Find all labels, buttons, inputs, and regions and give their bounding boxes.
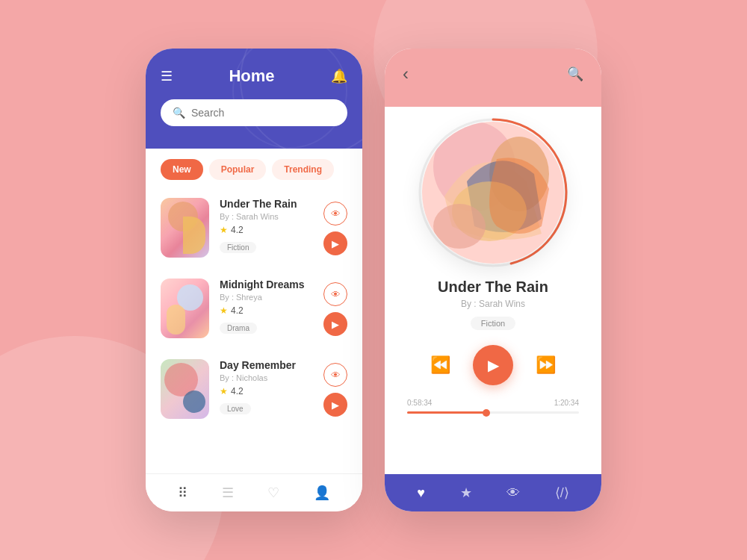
left-header: ☰ Home 🔔 🔍 (146, 49, 362, 149)
book-actions-2: 👁 ▶ (323, 282, 347, 336)
book-author-2: By : Shreya (220, 293, 313, 302)
progress-track[interactable] (407, 411, 579, 414)
list-item[interactable]: Day Remember By : Nicholas ★ 4.2 Love 👁 … (146, 349, 362, 429)
nav-heart-icon[interactable]: ♡ (267, 485, 279, 501)
book-rating-2: ★ 4.2 (220, 305, 313, 316)
current-time: 0:58:34 (407, 399, 432, 407)
player-controls: ⏪ ▶ ⏩ (430, 345, 556, 385)
search-input[interactable] (191, 107, 335, 119)
left-screen: ☰ Home 🔔 🔍 New Popular Trending Under Th… (146, 49, 362, 511)
filter-tabs: New Popular Trending (146, 149, 362, 180)
right-nav-heart-icon[interactable]: ♥ (417, 485, 425, 501)
nav-grid-icon[interactable]: ⠿ (178, 485, 187, 501)
search-icon: 🔍 (173, 107, 185, 119)
book-rating-3: ★ 4.2 (220, 386, 313, 396)
back-icon[interactable]: ‹ (403, 63, 409, 84)
book-author-1: By : Sarah Wins (220, 212, 313, 221)
book-genre-2: Drama (220, 323, 257, 334)
player-author: By : Sarah Wins (461, 299, 525, 309)
progress-fill (407, 411, 486, 414)
search-bar: 🔍 (161, 99, 347, 126)
header-top: ☰ Home 🔔 (161, 66, 347, 86)
right-nav-eye-icon[interactable]: 👁 (506, 485, 520, 501)
right-screen: ‹ 🔍 (385, 49, 601, 511)
progress-times: 0:58:34 1:20:34 (407, 399, 579, 407)
view-button-2[interactable]: 👁 (323, 282, 347, 306)
album-art-container (422, 122, 564, 264)
book-info-2: Midnight Dreams By : Shreya ★ 4.2 Drama (220, 279, 313, 334)
play-button-2[interactable]: ▶ (323, 312, 347, 336)
player-genre: Fiction (471, 317, 515, 330)
play-button-3[interactable]: ▶ (323, 393, 347, 417)
view-button-3[interactable]: 👁 (323, 363, 347, 387)
total-time: 1:20:34 (554, 399, 579, 407)
book-author-3: By : Nicholas (220, 373, 313, 382)
right-nav-share-icon[interactable]: ⟨/⟩ (555, 485, 569, 501)
play-pause-button[interactable]: ▶ (473, 345, 513, 385)
right-bottom-nav: ♥ ★ 👁 ⟨/⟩ (385, 474, 601, 511)
nav-profile-icon[interactable]: 👤 (314, 485, 330, 501)
list-item[interactable]: Under The Rain By : Sarah Wins ★ 4.2 Fic… (146, 187, 362, 268)
screens-container: ☰ Home 🔔 🔍 New Popular Trending Under Th… (146, 49, 601, 511)
tab-new[interactable]: New (161, 159, 203, 180)
rewind-button[interactable]: ⏪ (430, 355, 450, 375)
list-item[interactable]: Midnight Dreams By : Shreya ★ 4.2 Drama … (146, 268, 362, 349)
star-icon: ★ (220, 305, 228, 316)
progress-dot (483, 409, 490, 417)
book-title-1: Under The Rain (220, 198, 313, 210)
book-cover-2 (161, 279, 209, 338)
search-icon-right[interactable]: 🔍 (567, 66, 583, 82)
home-title: Home (229, 66, 274, 86)
right-header: ‹ 🔍 (385, 49, 601, 107)
book-genre-1: Fiction (220, 242, 256, 253)
book-title-2: Midnight Dreams (220, 279, 313, 290)
book-list: Under The Rain By : Sarah Wins ★ 4.2 Fic… (146, 180, 362, 473)
tab-trending[interactable]: Trending (272, 159, 334, 180)
star-icon: ★ (220, 386, 228, 396)
book-rating-1: ★ 4.2 (220, 225, 313, 235)
menu-icon[interactable]: ☰ (161, 68, 173, 84)
bell-icon[interactable]: 🔔 (331, 68, 347, 84)
nav-list-icon[interactable]: ☰ (222, 485, 234, 501)
play-button-1[interactable]: ▶ (323, 231, 347, 255)
star-icon: ★ (220, 225, 228, 235)
book-genre-3: Love (220, 403, 251, 414)
view-button-1[interactable]: 👁 (323, 202, 347, 225)
book-info-3: Day Remember By : Nicholas ★ 4.2 Love (220, 359, 313, 414)
album-art (422, 122, 564, 264)
player-content: Under The Rain By : Sarah Wins Fiction ⏪… (385, 107, 601, 474)
left-bottom-nav: ⠿ ☰ ♡ 👤 (146, 473, 362, 511)
tab-popular[interactable]: Popular (209, 159, 267, 180)
book-cover-3 (161, 359, 209, 419)
book-actions-3: 👁 ▶ (323, 363, 347, 417)
book-title-3: Day Remember (220, 359, 313, 371)
right-nav-star-icon[interactable]: ★ (460, 485, 472, 501)
book-actions-1: 👁 ▶ (323, 202, 347, 255)
forward-button[interactable]: ⏩ (536, 355, 556, 375)
player-title: Under The Rain (438, 279, 548, 296)
book-info-1: Under The Rain By : Sarah Wins ★ 4.2 Fic… (220, 198, 313, 253)
book-cover-1 (161, 198, 209, 258)
progress-bar-container: 0:58:34 1:20:34 (400, 399, 586, 414)
